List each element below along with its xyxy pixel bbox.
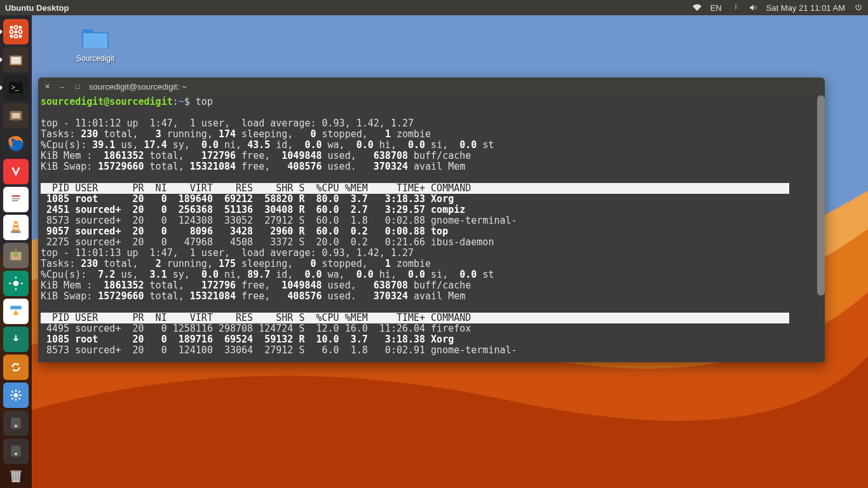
svg-rect-18 — [10, 193, 22, 206]
svg-rect-15 — [12, 113, 20, 119]
svg-rect-19 — [12, 196, 20, 197]
firefox-icon[interactable] — [3, 131, 29, 156]
svg-point-5 — [14, 30, 17, 33]
svg-rect-29 — [10, 306, 21, 309]
language-indicator[interactable]: EN — [710, 3, 722, 13]
svg-point-4 — [14, 25, 17, 29]
svg-rect-38 — [10, 470, 22, 472]
svg-point-27 — [13, 281, 19, 287]
sync-icon[interactable] — [3, 355, 29, 380]
svg-point-31 — [9, 360, 23, 374]
vlc-icon[interactable] — [3, 215, 29, 240]
svg-point-37 — [15, 452, 17, 455]
svg-point-8 — [18, 30, 22, 33]
active-window-title: Ubuntu Desktop — [5, 3, 69, 13]
window-titlebar[interactable]: ✕ – □ sourcedigit@sourcedigit: ~ — [38, 78, 825, 95]
svg-point-2 — [10, 30, 13, 33]
nautilus-icon[interactable] — [3, 103, 29, 128]
svg-point-1 — [10, 25, 13, 29]
svg-rect-17 — [8, 163, 24, 180]
svg-text:>_: >_ — [11, 83, 19, 91]
window-title: sourcedigit@sourcedigit: ~ — [89, 82, 187, 92]
svg-point-35 — [15, 424, 17, 427]
editor-icon[interactable] — [3, 187, 29, 212]
terminal-window[interactable]: ✕ – □ sourcedigit@sourcedigit: ~ sourced… — [38, 78, 825, 362]
trash-icon[interactable] — [3, 466, 29, 485]
dash-icon[interactable] — [3, 19, 29, 44]
unity-launcher: >_ — [0, 15, 32, 488]
scrollbar[interactable] — [817, 95, 825, 295]
minimize-icon[interactable]: – — [58, 83, 66, 90]
screenshot-icon[interactable] — [3, 271, 29, 296]
svg-point-3 — [10, 34, 13, 37]
svg-rect-22 — [15, 224, 17, 226]
session-indicator[interactable] — [854, 3, 863, 12]
files-icon[interactable] — [3, 47, 29, 72]
maximize-icon[interactable]: □ — [74, 83, 81, 90]
device-icon[interactable] — [3, 410, 29, 436]
close-icon[interactable]: ✕ — [43, 83, 51, 90]
settings-icon[interactable] — [3, 383, 29, 408]
terminal-output[interactable]: sourcedigit@sourcedigit:~$ top top - 11:… — [38, 95, 825, 362]
svg-rect-20 — [12, 198, 20, 200]
device2-icon[interactable] — [3, 438, 29, 464]
svg-rect-23 — [14, 227, 18, 229]
svg-rect-21 — [12, 200, 18, 201]
svg-point-7 — [18, 25, 22, 29]
update-icon[interactable] — [3, 327, 29, 352]
gdebi-icon[interactable] — [3, 243, 29, 268]
svg-point-33 — [14, 393, 18, 398]
vivaldi-icon[interactable] — [3, 159, 29, 184]
desktop-folder-label: Sourcedigit — [70, 54, 121, 63]
svg-rect-24 — [11, 231, 20, 233]
terminal-icon[interactable]: >_ — [3, 75, 29, 100]
svg-point-9 — [18, 34, 22, 37]
svg-rect-11 — [11, 57, 20, 64]
network-indicator[interactable] — [693, 3, 702, 12]
sound-indicator[interactable] — [749, 3, 757, 12]
svg-point-6 — [14, 34, 17, 37]
clock[interactable]: Sat May 21 11:01 AM — [766, 3, 845, 13]
software-icon[interactable] — [3, 299, 29, 324]
bluetooth-indicator[interactable] — [731, 3, 740, 12]
desktop-folder[interactable]: Sourcedigit — [70, 25, 121, 63]
top-panel: Ubuntu Desktop EN Sat May 21 11:01 AM — [0, 0, 868, 15]
